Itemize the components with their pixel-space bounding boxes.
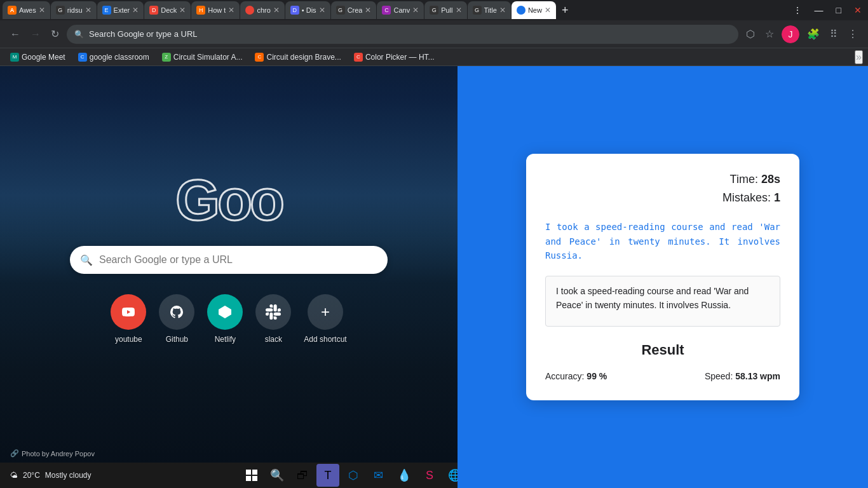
- bookmarks-more-button[interactable]: »: [855, 50, 863, 64]
- new-tab-button[interactable]: +: [557, 4, 574, 17]
- search-bar-container: 🔍: [70, 246, 388, 274]
- forward-button[interactable]: →: [28, 26, 43, 43]
- bookmark-circuit-design[interactable]: C Circuit design Brave...: [250, 51, 346, 63]
- tab-new[interactable]: New ✕: [512, 1, 556, 19]
- slack-icon: [255, 294, 291, 330]
- tab-close-icon[interactable]: ✕: [39, 6, 45, 15]
- add-icon: +: [308, 294, 343, 330]
- tab-close-icon[interactable]: ✕: [179, 6, 186, 15]
- bookmark-label: Circuit design Brave...: [266, 53, 341, 62]
- bookmark-button[interactable]: ☆: [763, 25, 776, 43]
- extensions-button[interactable]: 🧩: [804, 25, 822, 43]
- weather-temp: 20°C: [23, 471, 40, 480]
- svg-rect-3: [252, 476, 257, 481]
- tab-close-icon[interactable]: ✕: [273, 6, 280, 15]
- mail-button[interactable]: ✉: [367, 464, 390, 487]
- tab-label: Canv: [393, 6, 410, 14]
- photo-credit[interactable]: 🔗 Photo by Andrey Popov: [10, 449, 95, 458]
- speed-metric: Speed: 58.13 wpm: [705, 371, 780, 381]
- maximize-button[interactable]: □: [832, 4, 845, 17]
- photo-credit-text: Photo by Andrey Popov: [22, 450, 95, 458]
- task-view-button[interactable]: 🗗: [291, 464, 314, 487]
- url-text: Search Google or type a URL: [89, 29, 731, 39]
- search-bar[interactable]: 🔍: [70, 246, 388, 274]
- tab-close-icon[interactable]: ✕: [132, 6, 139, 15]
- tab-title[interactable]: G Title ✕: [468, 1, 511, 19]
- address-bar: ← → ↻ 🔍 Search Google or type a URL ⬡ ☆ …: [0, 20, 868, 48]
- bookmark-google-meet[interactable]: M Google Meet: [5, 51, 71, 63]
- tab-ridsu[interactable]: G ridsu ✕: [51, 1, 97, 19]
- shortcut-slack-label: slack: [265, 335, 282, 344]
- tab-canva[interactable]: C Canv ✕: [377, 1, 424, 19]
- github-icon: [159, 294, 194, 330]
- bookmark-label: Google Meet: [22, 53, 65, 62]
- add-shortcut-label: Add shortcut: [304, 335, 346, 344]
- google-logo-text: Goo: [175, 168, 282, 233]
- search-icon: 🔍: [80, 254, 93, 266]
- bookmark-color-picker[interactable]: C Color Picker — HT...: [349, 51, 440, 63]
- tab-close-icon[interactable]: ✕: [545, 6, 551, 15]
- tab-pull[interactable]: G Pull ✕: [424, 1, 466, 19]
- tab-deck[interactable]: D Deck ✕: [144, 1, 191, 19]
- reload-button[interactable]: ↻: [48, 25, 62, 43]
- cast-button[interactable]: ⬡: [743, 25, 757, 43]
- minimize-button[interactable]: —: [811, 4, 827, 17]
- shortcut-slack[interactable]: slack: [255, 294, 291, 344]
- address-bar-right: ⬡ ☆ 🧩 ⠿ ⋮: [743, 25, 860, 43]
- close-button[interactable]: ✕: [850, 4, 865, 17]
- tab-label: ridsu: [67, 6, 83, 14]
- tab-close-icon[interactable]: ✕: [85, 6, 92, 15]
- apps-grid-button[interactable]: ⠿: [827, 25, 840, 43]
- back-button[interactable]: ←: [8, 26, 23, 43]
- shortcut-github[interactable]: Github: [159, 294, 194, 344]
- menu-button[interactable]: ⋮: [845, 25, 860, 43]
- tab-chro[interactable]: chro ✕: [240, 1, 284, 19]
- stylus-button[interactable]: S: [418, 464, 441, 487]
- shortcut-github-label: Github: [166, 335, 188, 344]
- tab-crea[interactable]: G Crea ✕: [331, 1, 377, 19]
- tab-discord[interactable]: D • Dis ✕: [285, 1, 330, 19]
- tab-close-icon[interactable]: ✕: [365, 6, 371, 15]
- tab-awesome[interactable]: A Awes ✕: [3, 1, 50, 19]
- shortcut-netlify[interactable]: Netlify: [207, 294, 243, 344]
- tab-scroll-button[interactable]: ⋮: [789, 4, 806, 17]
- dropbox-button[interactable]: 💧: [393, 464, 416, 487]
- profile-avatar-placeholder[interactable]: [782, 25, 799, 43]
- search-button[interactable]: 🔍: [266, 464, 288, 487]
- tab-close-icon[interactable]: ✕: [499, 6, 506, 15]
- url-bar[interactable]: 🔍 Search Google or type a URL: [67, 25, 738, 44]
- tab-close-icon[interactable]: ✕: [319, 6, 325, 15]
- accuracy-label: Accuracy:: [545, 371, 584, 381]
- search-input[interactable]: [99, 254, 377, 266]
- mistakes-label: Mistakes:: [722, 191, 771, 204]
- bookmark-label: Color Picker — HT...: [365, 53, 435, 62]
- result-metrics: Accuracy: 99 % Speed: 58.13 wpm: [545, 371, 780, 381]
- netlify-icon: [207, 294, 243, 330]
- shortcuts-grid: youtube Github Netlify: [111, 294, 346, 344]
- tab-close-icon[interactable]: ✕: [456, 6, 462, 15]
- tab-label: Exter: [114, 6, 130, 14]
- link-icon: 🔗: [10, 449, 19, 458]
- time-value: 28s: [761, 173, 780, 186]
- tab-label: Pull: [441, 6, 452, 14]
- tab-exter[interactable]: E Exter ✕: [97, 1, 144, 19]
- tab-label: chro: [257, 6, 270, 14]
- tab-close-icon[interactable]: ✕: [412, 6, 419, 15]
- youtube-icon: [111, 294, 146, 330]
- browser-chrome: A Awes ✕ G ridsu ✕ E Exter ✕ D Deck ✕ H …: [0, 0, 868, 66]
- bookmarks-bar: M Google Meet C google classroom Z Circu…: [0, 48, 868, 66]
- tab-close-icon[interactable]: ✕: [228, 6, 234, 15]
- bookmark-classroom[interactable]: C google classroom: [73, 51, 154, 63]
- vs-code-button[interactable]: ⬡: [342, 464, 365, 487]
- typing-test-card: Time: 28s Mistakes: 1 I took a speed-rea…: [526, 154, 799, 400]
- windows-start-button[interactable]: [240, 464, 263, 487]
- tab-how[interactable]: H How t ✕: [191, 1, 240, 19]
- teams-button[interactable]: T: [316, 464, 339, 487]
- typing-stats: Time: 28s Mistakes: 1: [545, 173, 780, 205]
- shortcut-youtube[interactable]: youtube: [111, 294, 146, 344]
- add-shortcut-button[interactable]: + Add shortcut: [304, 294, 346, 344]
- tab-label: Crea: [348, 6, 363, 14]
- weather-info: 🌤 20°C Mostly cloudy: [10, 471, 92, 480]
- shortcut-youtube-label: youtube: [115, 335, 142, 344]
- bookmark-circuit-sim[interactable]: Z Circuit Simulator A...: [157, 51, 248, 63]
